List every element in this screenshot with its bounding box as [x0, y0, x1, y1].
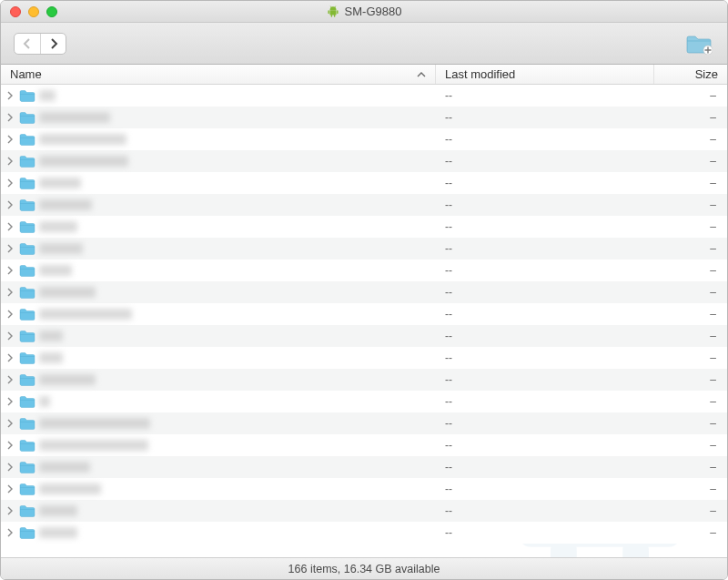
list-item[interactable]: --– [1, 522, 727, 544]
list-item[interactable]: --– [1, 303, 727, 325]
list-item[interactable]: --– [1, 369, 727, 391]
list-item[interactable]: --– [1, 281, 727, 303]
toolbar [1, 23, 727, 65]
cell-size: – [654, 155, 727, 168]
window-title: SM-G9880 [345, 5, 402, 18]
cell-size: – [654, 351, 727, 364]
cell-modified: -- [436, 351, 654, 364]
list-item[interactable]: --– [1, 500, 727, 522]
item-name-redacted [39, 418, 150, 429]
app-window: SM-G9880 Name L [0, 0, 728, 580]
list-item[interactable]: --– [1, 259, 727, 281]
cell-modified: -- [436, 417, 654, 430]
cell-modified: -- [436, 483, 654, 495]
chevron-right-icon[interactable] [5, 222, 15, 231]
back-button[interactable] [15, 34, 40, 54]
chevron-right-icon[interactable] [5, 113, 15, 122]
folder-icon [19, 242, 35, 255]
chevron-right-icon[interactable] [5, 441, 15, 450]
svg-rect-5 [330, 14, 331, 16]
nav-group [14, 33, 66, 55]
chevron-right-icon[interactable] [5, 310, 15, 319]
chevron-right-icon[interactable] [5, 135, 15, 144]
chevron-right-icon[interactable] [5, 288, 15, 297]
chevron-right-icon[interactable] [5, 353, 15, 362]
minimize-window-button[interactable] [28, 6, 39, 17]
svg-rect-3 [328, 10, 329, 14]
item-name-redacted [39, 331, 63, 341]
svg-point-1 [335, 7, 336, 8]
chevron-right-icon[interactable] [5, 397, 15, 406]
titlebar[interactable]: SM-G9880 [1, 1, 727, 23]
chevron-right-icon[interactable] [5, 200, 15, 209]
zoom-window-button[interactable] [46, 6, 57, 17]
chevron-right-icon[interactable] [5, 91, 15, 100]
window-controls [10, 6, 57, 17]
file-list[interactable]: --–--–--–--–--–--–--–--–--–--–--–--–--–-… [1, 85, 727, 557]
column-last-modified[interactable]: Last modified [436, 65, 654, 84]
cell-modified: -- [436, 373, 654, 386]
column-name[interactable]: Name [1, 65, 436, 84]
list-item[interactable]: --– [1, 128, 727, 150]
cell-name [1, 89, 436, 102]
chevron-right-icon[interactable] [5, 419, 15, 428]
cell-name [1, 177, 436, 189]
chevron-right-icon[interactable] [5, 266, 15, 275]
list-item[interactable]: --– [1, 478, 727, 500]
cell-size: – [654, 504, 727, 517]
cell-name [1, 504, 436, 517]
column-size-label: Size [695, 67, 718, 81]
list-item[interactable]: --– [1, 347, 727, 369]
cell-name [1, 483, 436, 495]
cell-name [1, 111, 436, 124]
cell-size: – [654, 133, 727, 146]
list-item[interactable]: --– [1, 107, 727, 128]
item-name-redacted [39, 483, 101, 494]
chevron-right-icon[interactable] [5, 506, 15, 515]
cell-size: – [654, 483, 727, 495]
list-item[interactable]: --– [1, 150, 727, 172]
cell-size: – [654, 461, 727, 473]
chevron-right-icon[interactable] [5, 178, 15, 188]
item-name-redacted [39, 112, 110, 123]
folder-icon [19, 373, 35, 386]
column-size[interactable]: Size [654, 65, 727, 84]
folder-icon [19, 111, 35, 124]
cell-name [1, 242, 436, 255]
close-window-button[interactable] [10, 6, 21, 17]
list-item[interactable]: --– [1, 216, 727, 238]
list-item[interactable]: --– [1, 172, 727, 194]
folder-icon [19, 286, 35, 299]
cell-name [1, 286, 436, 299]
folder-icon [19, 461, 35, 473]
folder-icon [19, 264, 35, 277]
folder-icon [19, 308, 35, 321]
chevron-right-icon[interactable] [5, 244, 15, 253]
forward-button[interactable] [40, 34, 66, 54]
chevron-right-icon[interactable] [5, 484, 15, 494]
cell-modified: -- [436, 439, 654, 452]
chevron-right-icon[interactable] [5, 463, 15, 472]
list-item[interactable]: --– [1, 85, 727, 107]
list-item[interactable]: --– [1, 194, 727, 216]
list-item[interactable]: --– [1, 434, 727, 456]
chevron-right-icon[interactable] [5, 331, 15, 341]
list-item[interactable]: --– [1, 412, 727, 434]
chevron-right-icon[interactable] [5, 375, 15, 384]
new-folder-button[interactable] [683, 31, 714, 56]
svg-line-7 [330, 5, 331, 7]
chevron-right-icon[interactable] [5, 157, 15, 166]
list-item[interactable]: --– [1, 391, 727, 412]
cell-modified: -- [436, 89, 654, 102]
svg-rect-4 [337, 10, 338, 14]
item-name-redacted [39, 178, 81, 188]
list-item[interactable]: --– [1, 456, 727, 478]
cell-size: – [654, 89, 727, 102]
list-item[interactable]: --– [1, 325, 727, 347]
item-name-redacted [39, 462, 90, 473]
cell-modified: -- [436, 461, 654, 473]
item-name-redacted [39, 440, 148, 451]
folder-icon [19, 89, 35, 102]
chevron-right-icon[interactable] [5, 528, 15, 537]
list-item[interactable]: --– [1, 238, 727, 259]
